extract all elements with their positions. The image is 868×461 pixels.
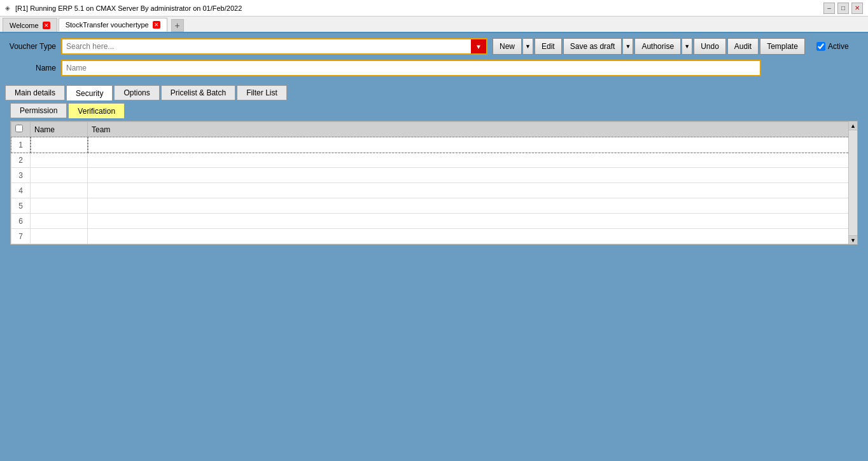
audit-button[interactable]: Audit — [727, 38, 759, 55]
app-icon: ◈ — [5, 4, 10, 11]
row-4-team[interactable] — [88, 183, 857, 198]
voucher-type-label: Voucher Type — [5, 42, 56, 51]
sub-tab-verification[interactable]: Verification — [68, 103, 125, 118]
row-2-team[interactable] — [88, 153, 857, 168]
table-area: Name Team 1 2 — [5, 118, 863, 250]
row-num-4: 4 — [11, 183, 31, 198]
scroll-track — [849, 130, 857, 235]
row-num-7: 7 — [11, 229, 31, 244]
voucher-type-row: Voucher Type ▼ New ▼ Edit Save as draft … — [5, 38, 863, 55]
sub-tab-permission[interactable]: Permission — [10, 103, 67, 118]
scroll-up-button[interactable]: ▲ — [849, 121, 857, 130]
table-row[interactable]: 7 — [11, 229, 857, 244]
title-text: [R1] Running ERP 5.1 on CMAX Server By a… — [15, 4, 242, 12]
col-header-team: Team — [88, 122, 857, 137]
table-scrollbar[interactable]: ▲ ▼ — [848, 121, 857, 244]
save-as-draft-button[interactable]: Save as draft — [563, 38, 622, 55]
row-5-team[interactable] — [88, 198, 857, 214]
tab-filter-list[interactable]: Filter List — [237, 85, 287, 100]
scroll-down-button[interactable]: ▼ — [849, 235, 857, 244]
main-content: Voucher Type ▼ New ▼ Edit Save as draft … — [0, 33, 868, 461]
row-1-name[interactable] — [31, 137, 88, 153]
tab-stocktransfer-label: StockTransfer vouchertype — [66, 21, 149, 29]
active-checkbox[interactable] — [816, 42, 825, 51]
tab-stocktransfer[interactable]: StockTransfer vouchertype ✕ — [59, 18, 167, 32]
table-row[interactable]: 3 — [11, 168, 857, 183]
row-3-team[interactable] — [88, 168, 857, 183]
close-button[interactable]: ✕ — [851, 3, 863, 14]
row-6-name[interactable] — [31, 214, 88, 229]
col-header-name: Name — [31, 122, 88, 137]
tab-pricelist-batch[interactable]: Pricelist & Batch — [161, 85, 235, 100]
row-7-name[interactable] — [31, 229, 88, 244]
data-table-wrapper: Name Team 1 2 — [10, 121, 858, 245]
table-row[interactable]: 4 — [11, 183, 857, 198]
template-button[interactable]: Template — [760, 38, 805, 55]
tab-welcome[interactable]: Welcome ✕ — [3, 18, 57, 32]
table-row[interactable]: 2 — [11, 153, 857, 168]
tab-stocktransfer-close[interactable]: ✕ — [153, 21, 160, 29]
name-input[interactable] — [61, 60, 761, 76]
maximize-button[interactable]: □ — [837, 3, 849, 14]
row-3-name[interactable] — [31, 168, 88, 183]
add-tab-button[interactable]: + — [171, 19, 184, 32]
authorise-button[interactable]: Authorise — [634, 38, 681, 55]
row-5-name[interactable] — [31, 198, 88, 214]
voucher-search-container: ▼ — [61, 38, 487, 55]
save-dropdown-button[interactable]: ▼ — [623, 38, 633, 55]
name-row: Name — [5, 60, 863, 76]
row-num-5: 5 — [11, 198, 31, 214]
window-controls: – □ ✕ — [823, 3, 863, 14]
title-bar: ◈ [R1] Running ERP 5.1 on CMAX Server By… — [0, 0, 868, 17]
row-num-3: 3 — [11, 168, 31, 183]
row-num-1: 1 — [11, 137, 31, 153]
name-label: Name — [5, 64, 56, 72]
tab-security[interactable]: Security — [66, 85, 113, 100]
tab-welcome-close[interactable]: ✕ — [43, 22, 50, 29]
tab-bar: Welcome ✕ StockTransfer vouchertype ✕ + — [0, 17, 868, 33]
authorise-dropdown-button[interactable]: ▼ — [682, 38, 692, 55]
minimize-button[interactable]: – — [823, 3, 835, 14]
row-num-2: 2 — [11, 153, 31, 168]
voucher-search-input[interactable] — [66, 42, 482, 51]
active-checkbox-container: Active — [816, 42, 849, 51]
edit-button[interactable]: Edit — [535, 38, 562, 55]
active-label: Active — [828, 42, 849, 51]
tab-main-details[interactable]: Main details — [5, 85, 65, 100]
col-header-checkbox — [11, 122, 31, 137]
new-button[interactable]: New — [493, 38, 522, 55]
undo-button[interactable]: Undo — [694, 38, 726, 55]
select-all-checkbox[interactable] — [15, 125, 23, 132]
sub-tabs-row: Permission Verification — [5, 100, 863, 118]
inner-tabs-row: Main details Security Options Pricelist … — [5, 81, 863, 100]
tab-welcome-label: Welcome — [10, 22, 39, 29]
row-num-6: 6 — [11, 214, 31, 229]
table-row[interactable]: 6 — [11, 214, 857, 229]
data-table: Name Team 1 2 — [11, 121, 857, 244]
row-2-name[interactable] — [31, 153, 88, 168]
table-row[interactable]: 5 — [11, 198, 857, 214]
row-4-name[interactable] — [31, 183, 88, 198]
tab-options[interactable]: Options — [114, 85, 159, 100]
table-row[interactable]: 1 — [11, 137, 857, 153]
new-dropdown-button[interactable]: ▼ — [523, 38, 533, 55]
row-7-team[interactable] — [88, 229, 857, 244]
row-1-team[interactable] — [88, 137, 857, 153]
voucher-dropdown-button[interactable]: ▼ — [471, 39, 486, 53]
name-input-wrapper — [61, 60, 761, 76]
toolbar-buttons: New ▼ Edit Save as draft ▼ Authorise ▼ U… — [493, 38, 805, 55]
row-6-team[interactable] — [88, 214, 857, 229]
